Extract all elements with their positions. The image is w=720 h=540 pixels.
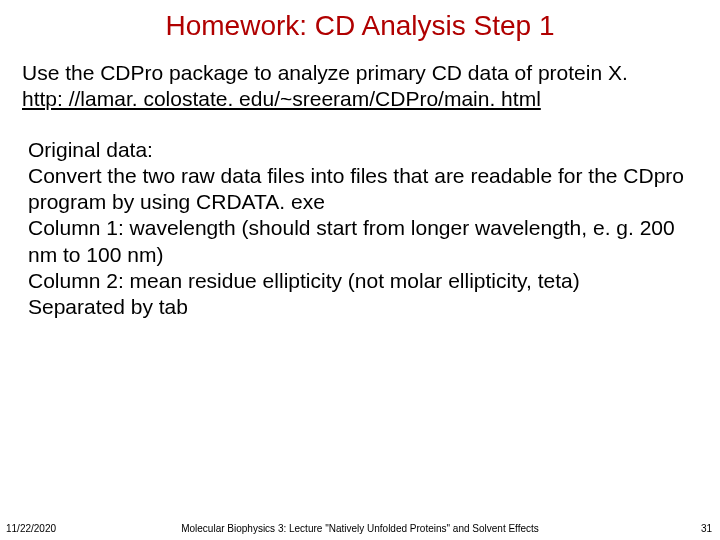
intro-text: Use the CDPro package to analyze primary… [22,61,628,84]
cdpro-link[interactable]: http: //lamar. colostate. edu/~sreeram/C… [22,87,541,110]
details-line-4: Separated by tab [28,295,188,318]
intro-paragraph: Use the CDPro package to analyze primary… [22,60,698,113]
details-heading: Original data: [28,138,153,161]
slide-title: Homework: CD Analysis Step 1 [0,0,720,42]
footer-title: Molecular Biophysics 3: Lecture "Nativel… [0,523,720,534]
details-line-3: Column 2: mean residue ellipticity (not … [28,269,580,292]
page-number: 31 [701,523,712,534]
details-paragraph: Original data: Convert the two raw data … [22,137,698,321]
slide: Homework: CD Analysis Step 1 Use the CDP… [0,0,720,540]
details-line-2: Column 1: wavelength (should start from … [28,216,675,265]
slide-body: Use the CDPro package to analyze primary… [0,42,720,320]
details-line-1: Convert the two raw data files into file… [28,164,684,213]
